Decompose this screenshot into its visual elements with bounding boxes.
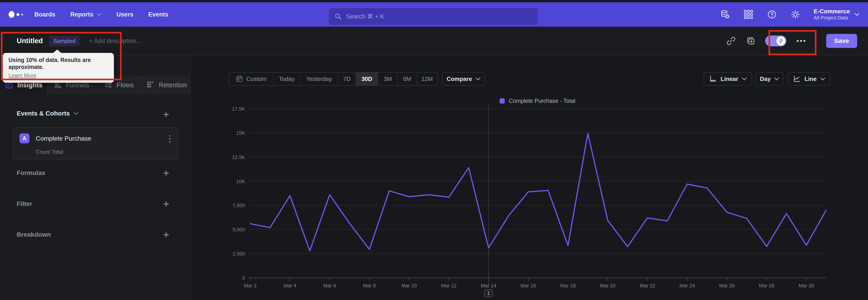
report-title-row: Untitled Sampled + Add description... <box>17 27 141 55</box>
compare-label: Compare <box>447 76 472 83</box>
nav-item-reports[interactable]: Reports <box>70 11 101 18</box>
range-7d[interactable]: 7D <box>338 72 356 85</box>
linear-scale-icon <box>709 75 717 83</box>
svg-text:Mar 16: Mar 16 <box>521 283 536 289</box>
tooltip-message: Using 10% of data. Results are approxima… <box>8 57 108 71</box>
svg-text:Mar 6: Mar 6 <box>323 283 336 289</box>
chevron-down-icon <box>855 13 860 16</box>
interval-dropdown[interactable]: Day <box>756 72 783 86</box>
logo-dot <box>17 13 20 16</box>
chart-type-dropdown[interactable]: Line <box>788 72 830 86</box>
scale-dropdown[interactable]: Linear <box>704 72 752 86</box>
project-scope: All Project Data <box>814 15 850 21</box>
nav-item-boards[interactable]: Boards <box>34 11 55 18</box>
event-metric[interactable]: Count Total <box>36 149 63 155</box>
nav-item-users[interactable]: Users <box>116 11 133 18</box>
event-name[interactable]: Complete Purchase <box>36 135 91 142</box>
sampling-toggle[interactable] <box>765 35 786 46</box>
nav-item-label: Events <box>148 11 168 18</box>
range-custom[interactable]: Custom <box>229 72 274 85</box>
svg-text:Mar 2: Mar 2 <box>244 283 256 289</box>
formulas-section-label[interactable]: Formulas <box>17 169 45 177</box>
scale-label: Linear <box>721 76 738 83</box>
add-event-button[interactable]: + <box>161 110 171 119</box>
svg-text:7,500: 7,500 <box>232 203 245 208</box>
range-label: 6M <box>403 76 411 83</box>
nav-item-label: Users <box>116 11 133 18</box>
query-builder-sidebar: Insights Funnels Flows Re <box>0 56 191 300</box>
range-label: 3M <box>383 76 392 83</box>
interval-label: Day <box>760 76 771 83</box>
learn-more-link[interactable]: Learn More <box>8 72 36 79</box>
range-12m[interactable]: 12M <box>417 72 437 85</box>
range-30d[interactable]: 30D <box>356 72 378 85</box>
svg-text:Mar 22: Mar 22 <box>640 283 655 289</box>
svg-text:17.5K: 17.5K <box>232 106 245 112</box>
events-cohorts-header[interactable]: Events & Cohorts <box>17 110 79 117</box>
apps-grid-icon[interactable] <box>743 9 754 20</box>
help-icon[interactable] <box>767 9 777 20</box>
range-3m[interactable]: 3M <box>378 72 398 85</box>
svg-text:Mar 28: Mar 28 <box>759 283 774 289</box>
breakdown-section-label[interactable]: Breakdown <box>17 231 51 238</box>
add-to-board-icon[interactable] <box>746 36 755 46</box>
svg-text:Mar 24: Mar 24 <box>680 283 695 289</box>
line-chart: 02,5005,0007,50010K12.5K15K17.5KMar 2Mar… <box>192 95 868 300</box>
tab-label: Flows <box>117 81 134 89</box>
svg-text:Mar 30: Mar 30 <box>799 283 814 289</box>
range-6m[interactable]: 6M <box>398 72 417 85</box>
chart-type-label: Line <box>804 76 816 83</box>
search-placeholder: Search ⌘ + K <box>346 13 384 20</box>
svg-text:0: 0 <box>242 275 245 281</box>
range-label: Yesterday <box>306 76 332 83</box>
settings-gear-icon[interactable] <box>790 9 801 20</box>
sampled-badge[interactable]: Sampled <box>49 36 80 46</box>
mixpanel-logo[interactable] <box>8 10 24 19</box>
nav-right-cluster: E-Commerce All Project Data <box>720 2 860 27</box>
divider <box>816 35 816 47</box>
search-icon <box>334 13 342 20</box>
compare-dropdown[interactable]: Compare <box>442 72 485 86</box>
add-filter-button[interactable]: + <box>161 199 171 209</box>
add-formula-button[interactable]: + <box>161 168 171 178</box>
date-range-group: Custom Today Yesterday 7D 30D 3M 6M 12M <box>228 72 438 86</box>
range-today[interactable]: Today <box>274 72 301 85</box>
chevron-down-icon <box>475 77 480 81</box>
range-label: Today <box>279 76 294 83</box>
app-root: Boards Reports Users Events Search ⌘ + K <box>0 0 868 300</box>
line-chart-icon <box>793 75 801 83</box>
lightning-bolt-icon <box>778 38 784 44</box>
logo-dot <box>8 11 14 18</box>
more-options-button[interactable] <box>796 39 806 43</box>
annotation-marker-badge[interactable]: 1 <box>484 289 493 297</box>
svg-text:Mar 4: Mar 4 <box>284 283 296 289</box>
copy-link-icon[interactable] <box>726 36 736 46</box>
chevron-down-icon <box>774 77 779 81</box>
report-title[interactable]: Untitled <box>17 37 43 45</box>
project-name: E-Commerce <box>814 8 850 15</box>
range-label: 30D <box>362 76 372 83</box>
section-title: Events & Cohorts <box>17 110 70 117</box>
add-description-field[interactable]: + Add description... <box>89 37 141 44</box>
tab-retention[interactable]: Retention <box>143 76 190 94</box>
svg-text:Mar 26: Mar 26 <box>719 283 735 289</box>
retention-icon <box>146 81 155 89</box>
nav-item-label: Boards <box>34 11 55 18</box>
save-button[interactable]: Save <box>826 34 857 48</box>
range-label: 7D <box>343 76 350 83</box>
event-options-kebab[interactable] <box>168 134 171 143</box>
svg-text:12.5K: 12.5K <box>232 154 245 160</box>
logo-dot <box>22 14 23 16</box>
event-card[interactable]: A Complete Purchase Count Total <box>13 127 178 159</box>
search-input[interactable]: Search ⌘ + K <box>329 8 538 25</box>
range-yesterday[interactable]: Yesterday <box>301 72 338 85</box>
project-switcher[interactable]: E-Commerce All Project Data <box>814 8 860 21</box>
tab-label: Retention <box>159 81 187 89</box>
nav-item-label: Reports <box>70 11 93 18</box>
nav-item-events[interactable]: Events <box>148 11 168 18</box>
data-management-icon[interactable] <box>720 9 730 20</box>
svg-text:2,500: 2,500 <box>232 251 245 257</box>
add-breakdown-button[interactable]: + <box>161 230 171 240</box>
filter-section-label[interactable]: Filter <box>17 200 32 208</box>
chevron-down-icon <box>96 13 101 16</box>
